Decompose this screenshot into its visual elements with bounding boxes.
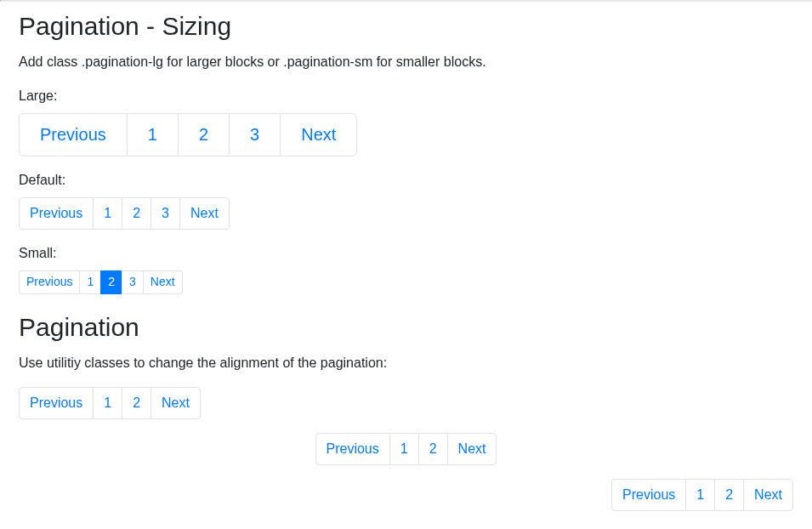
page-2-active[interactable]: 2 bbox=[100, 270, 122, 294]
label-large: Large: bbox=[19, 86, 793, 106]
label-default: Default: bbox=[19, 170, 793, 191]
page-1[interactable]: 1 bbox=[79, 270, 101, 294]
pagination-default: Previous 1 2 3 Next bbox=[19, 197, 793, 230]
page-previous[interactable]: Previous bbox=[19, 387, 94, 419]
page-previous[interactable]: Previous bbox=[315, 433, 390, 465]
page-previous[interactable]: Previous bbox=[19, 197, 94, 230]
pagination-align-right: Previous 1 2 Next bbox=[19, 479, 793, 511]
page-3[interactable]: 3 bbox=[229, 113, 281, 156]
page-2[interactable]: 2 bbox=[418, 433, 448, 465]
page-3[interactable]: 3 bbox=[150, 197, 180, 230]
page-previous[interactable]: Previous bbox=[19, 113, 128, 156]
page-next[interactable]: Next bbox=[280, 113, 357, 156]
top-divider bbox=[0, 0, 812, 2]
page-next[interactable]: Next bbox=[150, 387, 201, 419]
heading-pagination-alignment: Pagination bbox=[19, 308, 793, 346]
heading-pagination-sizing: Pagination - Sizing bbox=[19, 7, 793, 45]
pagination-large: Previous 1 2 3 Next bbox=[19, 113, 793, 156]
page-3[interactable]: 3 bbox=[122, 270, 144, 294]
page-2[interactable]: 2 bbox=[178, 113, 230, 156]
page-2[interactable]: 2 bbox=[122, 197, 151, 230]
page-previous[interactable]: Previous bbox=[611, 479, 686, 511]
pagination-align-center: Previous 1 2 Next bbox=[19, 433, 793, 465]
page-next[interactable]: Next bbox=[179, 197, 230, 230]
pagination-small: Previous 1 2 3 Next bbox=[19, 270, 793, 294]
heading-breadcrumbs: Breadcrumbs bbox=[19, 525, 793, 530]
page-next[interactable]: Next bbox=[143, 270, 183, 294]
page-previous[interactable]: Previous bbox=[19, 270, 80, 294]
page-next[interactable]: Next bbox=[743, 479, 793, 511]
page-next[interactable]: Next bbox=[447, 433, 497, 465]
pagination-align-left: Previous 1 2 Next bbox=[19, 387, 793, 419]
page-2[interactable]: 2 bbox=[122, 387, 151, 419]
page-1[interactable]: 1 bbox=[685, 479, 715, 511]
text-alignment-desc: Use utilitiy classes to change the align… bbox=[19, 353, 793, 373]
page-2[interactable]: 2 bbox=[714, 479, 744, 511]
page-1[interactable]: 1 bbox=[93, 387, 122, 419]
page-1[interactable]: 1 bbox=[389, 433, 419, 465]
text-sizing-desc: Add class .pagination-lg for larger bloc… bbox=[19, 52, 793, 72]
page-1[interactable]: 1 bbox=[93, 197, 122, 230]
label-small: Small: bbox=[19, 243, 793, 264]
page-1[interactable]: 1 bbox=[127, 113, 179, 156]
